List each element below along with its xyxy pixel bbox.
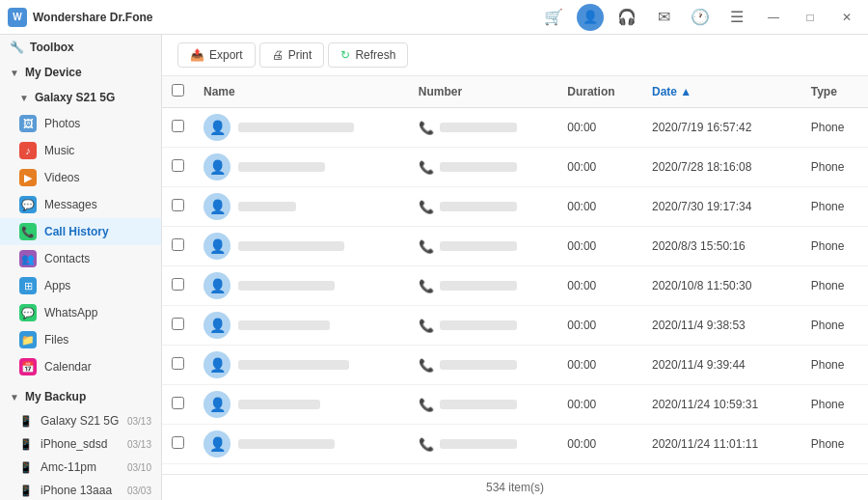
title-controls: 🛒 👤 🎧 ✉ 🕐 ☰ — □ ✕ bbox=[540, 4, 860, 31]
col-type[interactable]: Type bbox=[801, 76, 868, 108]
row-checkbox[interactable] bbox=[172, 318, 184, 330]
maximize-button[interactable]: □ bbox=[797, 4, 824, 31]
sidebar-backup-galaxy[interactable]: 📱 Galaxy S21 5G 03/13 bbox=[0, 409, 161, 432]
user-icon[interactable]: 👤 bbox=[577, 4, 604, 31]
row-checkbox[interactable] bbox=[172, 238, 184, 251]
type-cell: Phone bbox=[801, 346, 868, 385]
menu-icon[interactable]: ☰ bbox=[723, 4, 750, 31]
sidebar-backup-amc[interactable]: 📱 Amc-11pm 03/10 bbox=[0, 456, 161, 479]
export-label: Export bbox=[209, 48, 243, 62]
close-button[interactable]: ✕ bbox=[833, 4, 860, 31]
whatsapp-icon: 💬 bbox=[19, 304, 37, 321]
sidebar-galaxy[interactable]: ▼ Galaxy S21 5G bbox=[0, 85, 161, 110]
row-checkbox-cell[interactable] bbox=[162, 266, 194, 306]
contacts-icon: 👥 bbox=[19, 250, 37, 267]
sidebar-toolbox[interactable]: 🔧 Toolbox bbox=[0, 35, 161, 60]
print-button[interactable]: 🖨 Print bbox=[259, 42, 325, 68]
name-cell: 👤 bbox=[194, 346, 409, 385]
date-cell: 2020/11/24 10:59:31 bbox=[642, 385, 801, 425]
number-cell: 📞 bbox=[409, 108, 557, 148]
contact-name-blurred bbox=[238, 281, 335, 291]
toolbox-icon: 🔧 bbox=[10, 41, 24, 54]
sidebar-contacts-label: Contacts bbox=[44, 252, 90, 265]
cart-icon[interactable]: 🛒 bbox=[540, 4, 567, 31]
print-icon: 🖨 bbox=[272, 48, 284, 62]
mail-icon[interactable]: ✉ bbox=[650, 4, 677, 31]
phone-number-blurred bbox=[440, 439, 517, 449]
contact-name-blurred bbox=[238, 123, 354, 132]
sidebar-item-files[interactable]: 📁 Files bbox=[0, 326, 161, 353]
main-layout: 🔧 Toolbox ▼ My Device ▼ Galaxy S21 5G 🖼 … bbox=[0, 35, 868, 500]
date-cell: 2020/7/19 16:57:42 bbox=[642, 108, 801, 148]
col-name[interactable]: Name bbox=[194, 76, 409, 108]
sidebar-backup-iphone-sdsd[interactable]: 📱 iPhone_sdsd 03/13 bbox=[0, 432, 161, 456]
phone-number-blurred bbox=[440, 123, 517, 132]
headset-icon[interactable]: 🎧 bbox=[613, 4, 640, 31]
name-cell: 👤 bbox=[194, 148, 409, 187]
contact-avatar: 👤 bbox=[203, 233, 231, 260]
sidebar-item-music[interactable]: ♪ Music bbox=[0, 137, 161, 164]
row-checkbox[interactable] bbox=[172, 436, 184, 449]
app-title: Wondershare Dr.Fone bbox=[33, 11, 152, 24]
name-cell: 👤 bbox=[194, 187, 409, 227]
type-cell: Phone bbox=[801, 306, 868, 346]
sidebar-item-photos[interactable]: 🖼 Photos bbox=[0, 110, 161, 137]
col-date[interactable]: Date ▲ bbox=[642, 76, 801, 108]
toolbox-label: Toolbox bbox=[30, 41, 74, 54]
select-all-checkbox[interactable] bbox=[172, 84, 184, 97]
files-icon: 📁 bbox=[19, 331, 37, 348]
table-row: 👤 📞 00:00 2020/11/4 9:38:53 Phone bbox=[162, 306, 868, 346]
name-cell: 👤 bbox=[194, 108, 409, 148]
history-icon[interactable]: 🕐 bbox=[687, 4, 714, 31]
call-type-icon: 📞 bbox=[419, 437, 434, 452]
sidebar-item-videos[interactable]: ▶ Videos bbox=[0, 164, 161, 191]
contact-name-blurred bbox=[238, 360, 349, 370]
sidebar-item-apps[interactable]: ⊞ Apps bbox=[0, 272, 161, 299]
row-checkbox-cell[interactable] bbox=[162, 148, 194, 187]
col-duration[interactable]: Duration bbox=[557, 76, 642, 108]
table-row: 👤 📞 00:00 2020/11/24 11:01:11 Phone bbox=[162, 425, 868, 464]
duration-cell: 00:00 bbox=[557, 187, 642, 227]
row-checkbox[interactable] bbox=[172, 159, 184, 172]
export-button[interactable]: 📤 Export bbox=[177, 42, 256, 68]
type-cell: Phone bbox=[801, 266, 868, 306]
col-number[interactable]: Number bbox=[409, 76, 557, 108]
select-all-header[interactable] bbox=[162, 76, 194, 108]
date-cell: 2020/11/4 9:39:44 bbox=[642, 346, 801, 385]
row-checkbox-cell[interactable] bbox=[162, 227, 194, 266]
row-checkbox[interactable] bbox=[172, 199, 184, 211]
sidebar-item-calendar[interactable]: 📅 Calendar bbox=[0, 353, 161, 380]
backup-amc-badge: 03/10 bbox=[127, 462, 151, 473]
row-checkbox-cell[interactable] bbox=[162, 425, 194, 464]
row-checkbox[interactable] bbox=[172, 357, 184, 370]
date-cell: 2020/7/28 18:16:08 bbox=[642, 148, 801, 187]
my-device-label: My Device bbox=[25, 66, 82, 79]
row-checkbox-cell[interactable] bbox=[162, 385, 194, 425]
backup-galaxy-badge: 03/13 bbox=[127, 416, 151, 427]
row-checkbox-cell[interactable] bbox=[162, 187, 194, 227]
row-checkbox-cell[interactable] bbox=[162, 346, 194, 385]
backup-sdsd-badge: 03/13 bbox=[127, 439, 151, 450]
row-checkbox-cell[interactable] bbox=[162, 306, 194, 346]
call-type-icon: 📞 bbox=[419, 121, 434, 135]
sidebar-item-whatsapp[interactable]: 💬 WhatsApp bbox=[0, 299, 161, 326]
phone-number-blurred bbox=[440, 320, 517, 330]
row-checkbox-cell[interactable] bbox=[162, 108, 194, 148]
sidebar-backup-galaxy-label: Galaxy S21 5G bbox=[41, 414, 119, 428]
refresh-button[interactable]: ↻ Refresh bbox=[328, 42, 408, 68]
minimize-button[interactable]: — bbox=[760, 4, 787, 31]
row-checkbox[interactable] bbox=[172, 397, 184, 409]
row-checkbox[interactable] bbox=[172, 120, 184, 132]
sidebar-my-device[interactable]: ▼ My Device bbox=[0, 60, 161, 85]
sidebar-item-callhistory[interactable]: 📞 Call History bbox=[0, 218, 161, 245]
sidebar-calendar-label: Calendar bbox=[44, 360, 92, 374]
sidebar-backup-iphone13[interactable]: 📱 iPhone 13aaa 03/03 bbox=[0, 479, 161, 500]
row-checkbox[interactable] bbox=[172, 278, 184, 291]
sidebar-my-backup[interactable]: ▼ My Backup bbox=[0, 384, 161, 409]
sidebar-item-contacts[interactable]: 👥 Contacts bbox=[0, 245, 161, 272]
refresh-icon: ↻ bbox=[340, 48, 350, 62]
photos-icon: 🖼 bbox=[19, 115, 37, 132]
sidebar-item-messages[interactable]: 💬 Messages bbox=[0, 191, 161, 218]
app-logo: W Wondershare Dr.Fone bbox=[8, 8, 540, 27]
contact-avatar: 👤 bbox=[203, 114, 231, 141]
